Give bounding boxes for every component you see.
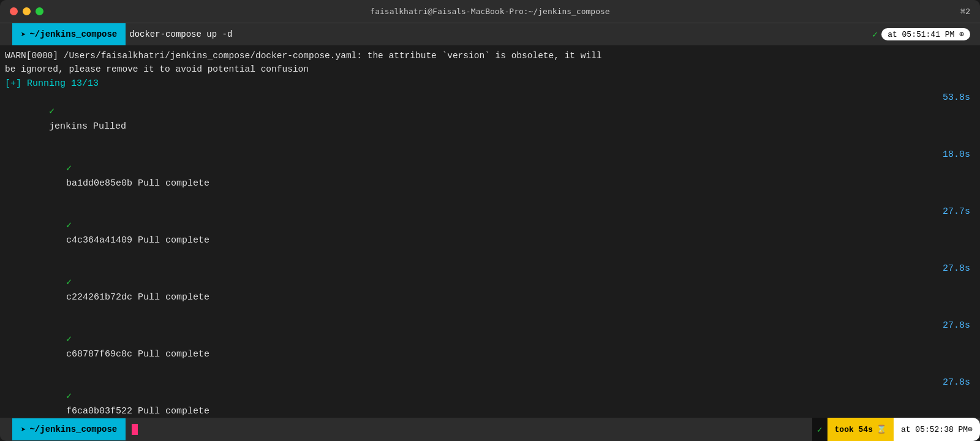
pull-item-4: ✓ c68787f69c8c Pull complete 27.8s <box>5 318 975 375</box>
check-icon-0: ✓ <box>49 107 55 117</box>
prompt-bar-bottom: ➤ ~/jenkins_compose ✓ took 54s ⌛ at 05:5… <box>0 418 980 441</box>
tab-item-top[interactable]: ➤ ~/jenkins_compose <box>12 23 126 45</box>
pull-item-1: ✓ ba1dd0e85e0b Pull complete 18.0s <box>5 148 975 205</box>
time-badge-top: at 05:51:41 PM ⊕ <box>881 28 970 40</box>
pull-item-name-5: f6ca0b03f522 Pull complete <box>66 406 209 417</box>
clock-icon: ⊕ <box>959 30 964 39</box>
check-icon-4: ✓ <box>66 334 72 345</box>
check-icon-2: ✓ <box>66 221 72 231</box>
check-icon-3: ✓ <box>66 277 72 288</box>
bottom-time-label: at 05:52:38 PM <box>901 425 968 434</box>
minimize-button[interactable] <box>23 7 31 15</box>
tab-path-top: ~/jenkins_compose <box>29 29 117 39</box>
pull-item-2: ✓ c4c364a41409 Pull complete 27.7s <box>5 205 975 262</box>
pull-item-name-4: c68787f69c8c Pull complete <box>66 349 209 360</box>
top-time-label: at 05:51:41 PM <box>888 30 954 39</box>
checkmark-top: ✓ <box>872 29 878 40</box>
terminal-window: faisalkhatri@Faisals-MacBook-Pro:~/jenki… <box>0 0 980 441</box>
pull-item-name-1: ba1dd0e85e0b Pull complete <box>66 178 209 189</box>
pull-item-5: ✓ f6ca0b03f522 Pull complete 27.8s <box>5 375 975 418</box>
pull-item-time-5: 27.8s <box>943 375 970 390</box>
took-badge: took 54s ⌛ <box>827 418 894 441</box>
apple-icon-bottom <box>0 418 12 440</box>
check-dark: ✓ <box>812 418 827 441</box>
branch-icon-bottom: ➤ <box>21 424 26 435</box>
bottom-right: ✓ took 54s ⌛ at 05:52:38 PM ⊕ <box>812 418 980 441</box>
hourglass-icon: ⌛ <box>876 424 886 434</box>
branch-icon: ➤ <box>21 29 26 40</box>
warn-line-2: be ignored, please remove it to avoid po… <box>5 62 975 76</box>
time-badge-bottom: at 05:52:38 PM ⊕ <box>894 418 980 441</box>
tab-command: docker-compose up -d <box>126 29 232 39</box>
cursor <box>130 424 138 435</box>
pull-item-time-1: 18.0s <box>943 148 970 162</box>
pull-item-time-4: 27.8s <box>943 318 970 333</box>
pull-item-3: ✓ c224261b72dc Pull complete 27.8s <box>5 262 975 318</box>
clock-icon-bottom: ⊕ <box>968 424 973 434</box>
title-bar: faisalkhatri@Faisals-MacBook-Pro:~/jenki… <box>0 0 980 23</box>
checkmark-bottom: ✓ <box>817 424 822 435</box>
pull-item-name-2: c4c364a41409 Pull complete <box>66 235 209 246</box>
pull-item-name-3: c224261b72dc Pull complete <box>66 292 209 303</box>
keyboard-shortcut: ⌘2 <box>960 7 970 17</box>
check-icon-1: ✓ <box>66 164 72 174</box>
pull-item-time-0: 53.8s <box>943 91 970 105</box>
took-label: took 54s <box>835 425 873 434</box>
close-button[interactable] <box>10 7 18 15</box>
maximize-button[interactable] <box>36 7 43 15</box>
running-status-1: [+] Running 13/13 <box>5 77 975 91</box>
top-right: ✓ at 05:51:41 PM ⊕ <box>872 28 980 40</box>
tab-path-bottom: ~/jenkins_compose <box>29 424 117 434</box>
apple-icon-top <box>0 23 12 45</box>
pull-item-time-3: 27.8s <box>943 262 970 276</box>
window-title: faisalkhatri@Faisals-MacBook-Pro:~/jenki… <box>370 7 609 16</box>
terminal-content: WARN[0000] /Users/faisalkhatri/jenkins_c… <box>0 45 980 418</box>
title-right: ⌘2 <box>960 7 970 17</box>
window-controls <box>10 7 43 15</box>
pull-item-name-0: jenkins Pulled <box>49 121 126 132</box>
pull-item-0: ✓ jenkins Pulled 53.8s <box>5 91 975 148</box>
pull-item-time-2: 27.7s <box>943 205 970 219</box>
prompt-bar-top: ➤ ~/jenkins_compose docker-compose up -d… <box>0 23 980 45</box>
warn-line-1: WARN[0000] /Users/faisalkhatri/jenkins_c… <box>5 49 975 62</box>
bottom-left: ➤ ~/jenkins_compose <box>0 418 138 441</box>
check-icon-5: ✓ <box>66 391 72 402</box>
tab-item-bottom[interactable]: ➤ ~/jenkins_compose <box>12 418 126 440</box>
